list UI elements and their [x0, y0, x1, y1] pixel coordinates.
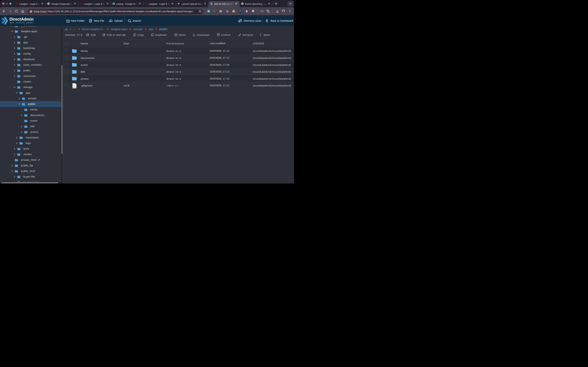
svg-text:文: 文 — [268, 11, 269, 13]
svg-text:m: m — [208, 10, 209, 12]
